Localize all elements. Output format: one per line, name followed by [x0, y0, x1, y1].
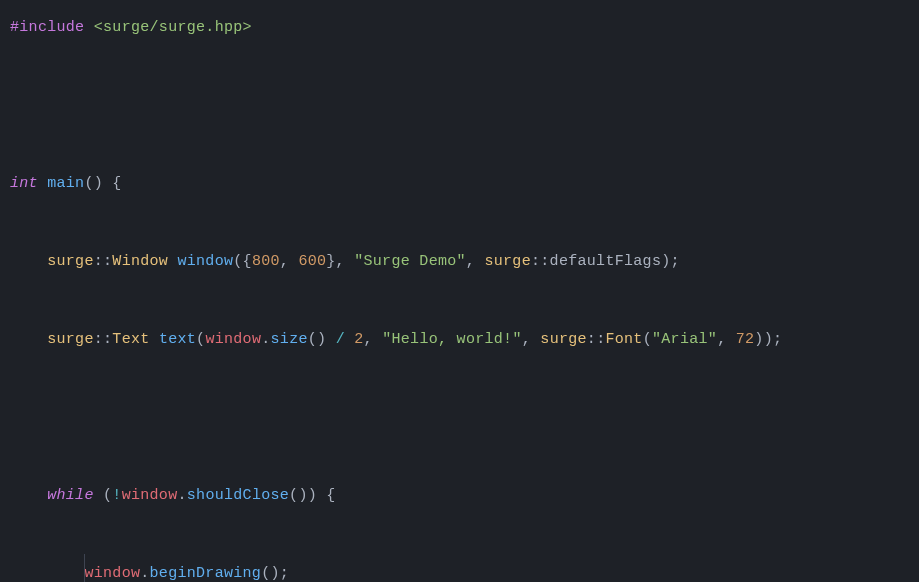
preprocessor-directive: #include: [10, 19, 84, 36]
namespace: surge: [47, 331, 94, 348]
punctuation: },: [326, 253, 354, 270]
method-call: size: [271, 331, 308, 348]
punctuation: ,: [717, 331, 736, 348]
indent: [10, 487, 47, 504]
punctuation: ,: [280, 253, 299, 270]
string-literal: "Arial": [652, 331, 717, 348]
function-name: main: [38, 175, 85, 192]
indent: [10, 331, 47, 348]
code-line: surge::Window window({800, 600}, "Surge …: [10, 242, 909, 281]
number-literal: 800: [252, 253, 280, 270]
method-call: shouldClose: [187, 487, 289, 504]
scope-op: ::: [94, 331, 113, 348]
punctuation: (): [308, 331, 336, 348]
namespace: surge: [540, 331, 587, 348]
string-literal: "Surge Demo": [354, 253, 466, 270]
punctuation: (: [94, 487, 113, 504]
punctuation: (: [643, 331, 652, 348]
number-literal: 600: [298, 253, 326, 270]
punctuation: ({: [233, 253, 252, 270]
operator: /: [336, 331, 345, 348]
number-literal: 72: [736, 331, 755, 348]
string-literal: "Hello, world!": [382, 331, 522, 348]
scope-op: ::: [94, 253, 113, 270]
punctuation: () {: [84, 175, 121, 192]
constructor-call: text: [159, 331, 196, 348]
space: [150, 331, 159, 348]
code-line: while (!window.shouldClose()) {: [10, 476, 909, 515]
punctuation: );: [661, 253, 680, 270]
dot-op: .: [177, 487, 186, 504]
punctuation: ,: [522, 331, 541, 348]
space: [345, 331, 354, 348]
scope-op: ::: [587, 331, 606, 348]
punctuation: ();: [261, 565, 289, 582]
code-line-blank: [10, 86, 909, 125]
variable: window: [205, 331, 261, 348]
dot-op: .: [261, 331, 270, 348]
keyword-while: while: [47, 487, 94, 504]
type-keyword: int: [10, 175, 38, 192]
code-editor[interactable]: #include <surge/surge.hpp> int main() { …: [10, 8, 909, 582]
include-path: <surge/surge.hpp>: [84, 19, 251, 36]
constructor-call: window: [177, 253, 233, 270]
identifier: defaultFlags: [550, 253, 662, 270]
punctuation: ));: [754, 331, 782, 348]
class-name: Text: [112, 331, 149, 348]
punctuation: ()) {: [289, 487, 336, 504]
scope-op: ::: [531, 253, 550, 270]
variable: window: [84, 565, 140, 582]
punctuation: (: [196, 331, 205, 348]
indent: [10, 565, 84, 582]
code-line: int main() {: [10, 164, 909, 203]
code-line: window.beginDrawing();: [10, 554, 909, 582]
code-line: #include <surge/surge.hpp>: [10, 8, 909, 47]
class-name: Window: [112, 253, 168, 270]
method-call: beginDrawing: [150, 565, 262, 582]
code-line: surge::Text text(window.size() / 2, "Hel…: [10, 320, 909, 359]
dot-op: .: [140, 565, 149, 582]
operator-not: !: [112, 487, 121, 504]
code-line-blank: [10, 398, 909, 437]
namespace: surge: [47, 253, 94, 270]
variable: window: [122, 487, 178, 504]
indent: [10, 253, 47, 270]
namespace: surge: [484, 253, 531, 270]
number-literal: 2: [354, 331, 363, 348]
punctuation: ,: [364, 331, 383, 348]
punctuation: ,: [466, 253, 485, 270]
class-name: Font: [605, 331, 642, 348]
